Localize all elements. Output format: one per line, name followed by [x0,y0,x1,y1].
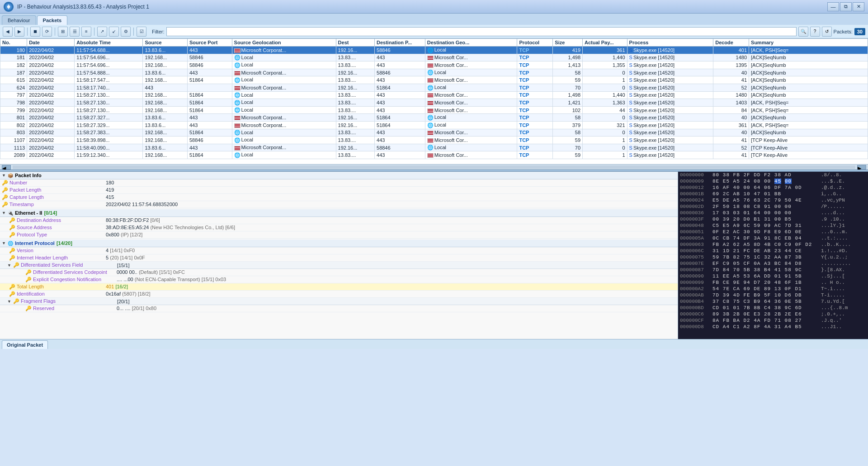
hex-panel[interactable]: 0000000080 38 FB 2F DD F2 38 AD.8/..8.00… [678,172,868,339]
expand-icon-ethernet: ▼ [2,211,6,215]
col-header-no[interactable]: No. [0,39,27,47]
table-row[interactable]: 7992022/04/0211:58:27.130...192.168...51… [0,106,868,114]
table-row[interactable]: 11132022/04/0211:58:40.090...13.83.6...4… [0,144,868,151]
col-header-proto[interactable]: Protocol [517,39,553,47]
table-cell: 51864 [375,114,425,122]
toolbar-btn-grid[interactable]: ⊞ [58,27,68,37]
hex-row[interactable]: 000000CF8A FB BA D2 4A FD 71 08 27.J.q..… [678,317,868,324]
hex-row[interactable]: 000000098E E5 A5 24 08 00 45 00...$..E. [678,178,868,184]
table-row[interactable]: 1812022/04/0211:57:54.696...192.168...58… [0,54,868,61]
col-header-actual[interactable]: Actual Pay... [583,39,627,47]
toolbar-btn-stop[interactable]: ⏹ [30,27,40,37]
toolbar-btn-import[interactable]: ↙ [109,27,119,37]
hex-addr: 0000006C [680,248,712,254]
hex-row[interactable]: 000000B437 C8 75 C3 B9 64 36 0E 5B7.u.Yd… [678,298,868,305]
hex-row[interactable]: 00000063FB A2 62 A5 8D 4B C0 C9 0F D2..b… [678,241,868,248]
col-header-abstime[interactable]: Absolute Time [75,39,143,47]
toolbar-btn-details[interactable]: ≡ [81,27,91,37]
table-cell: 13.83.6... [143,47,188,54]
col-header-srcport[interactable]: Source Port [188,39,232,47]
table-row[interactable]: 8032022/04/0211:58:27.383...192.168...51… [0,129,868,137]
table-row[interactable]: 1872022/04/0211:57:54.888...13.83.6...44… [0,69,868,76]
hex-row[interactable]: 000000A254 7E CA 69 DE 89 13 0F D1T~.i..… [678,286,868,292]
table-row[interactable]: 1822022/04/0211:57:54.696...192.168...58… [0,61,868,69]
toolbar-btn-refresh[interactable]: ⟳ [42,27,52,37]
close-button[interactable]: ✕ [853,2,864,11]
toolbar-btn-list[interactable]: ☰ [70,27,80,37]
hex-addr: 00000024 [680,198,712,203]
hex-bytes: C5 E5 A9 6C 59 09 AC 7D 31 [712,223,821,228]
toolbar-btn-export[interactable]: ↗ [97,27,107,37]
table-row[interactable]: 8022022/04/0211:58:27.329...13.83.6...44… [0,121,868,129]
filter-clear-btn[interactable]: ↺ [822,27,832,37]
hex-row[interactable]: 0000005A0C CB 74 DF 3A 91 8C EB 04..t.:.… [678,235,868,241]
filter-help-btn[interactable]: ? [810,27,820,37]
minimize-button[interactable]: — [827,2,839,11]
col-header-destgeo[interactable]: Destination Geo... [425,39,517,47]
col-header-srcgeo[interactable]: Source Geolocation [232,39,336,47]
table-row[interactable]: 1802022/04/0211:57:54.688...13.83.6...44… [0,47,868,54]
section-packet-info[interactable]: ▼ 📦 Packet Info [0,172,678,179]
col-header-process[interactable]: Process [627,39,713,47]
tab-packets[interactable]: Packets [37,15,68,25]
table-row[interactable]: 20892022/04/0211:59:12.340...192.168...5… [0,151,868,159]
section-internet-protocol[interactable]: ▼ 🌐 Internet Protocol [14/20] [0,240,678,247]
hex-row[interactable]: 0000001B69 2C AB 10 47 01 BBi,..G.. [678,191,868,197]
hex-bytes: 16 AF 40 00 64 06 DF 7A 0D [712,185,821,190]
restore-button[interactable]: ⧉ [840,2,852,11]
section-icon-ip: 🌐 [8,241,13,246]
hex-row[interactable]: 000000877D 84 70 5B 38 B4 41 58 9C}.[8.A… [678,267,868,273]
col-header-destport[interactable]: Destination P... [375,39,425,47]
hex-row[interactable]: 0000003617 03 03 01 64 00 00 00....d... [678,210,868,216]
hex-row[interactable]: 0000006C31 1D 21 FC DE AB 23 44 CE1.!...… [678,248,868,254]
hex-row[interactable]: 00000099FB CE 9E 94 D7 20 48 6F 1B.. H o… [678,279,868,286]
hex-addr: 00000036 [680,210,712,216]
detail-row-caplen: 🔑 Capture Length 415 [0,194,678,201]
table-row[interactable]: 11072022/04/0211:58:39.898...192.168...5… [0,137,868,144]
col-header-decode[interactable]: Decode [713,39,749,47]
table-row[interactable]: 7972022/04/0211:58:27.130...192.168...51… [0,91,868,99]
toolbar-btn-forward[interactable]: ▶ [14,27,24,37]
hex-row[interactable]: 0000007EEF C9 05 CF 0A A3 BC 84 D8......… [678,260,868,267]
toolbar-btn-back[interactable]: ◀ [3,27,13,37]
hex-row[interactable]: 000000C689 3B 2B 0E E3 28 2B 2E E6;.0.+,… [678,311,868,317]
hex-row[interactable]: 0000007559 7B 82 75 1C 32 AA 87 3BY{.u.2… [678,254,868,260]
col-header-dest[interactable]: Dest [336,39,374,47]
tab-original-packet[interactable]: Original Packet [2,340,48,349]
table-cell: 379 [553,121,583,129]
hex-row[interactable]: 000000AB7D 39 4D FE B9 5F 10 D6 DBT-i...… [678,292,868,298]
hex-row[interactable]: 000000BDCD 01 01 7B 8B C4 38 9C 6D...{..… [678,305,868,311]
col-header-size[interactable]: Size [553,39,583,47]
hex-row[interactable]: 000000D8CD A4 C1 A2 8F 4A 31 A4 B5...J1.… [678,324,868,330]
hex-row[interactable]: 0000009011 EE A5 53 6A DD 01 91 5B..Sj..… [678,273,868,279]
detail-val-pktlen: 419 [106,187,114,193]
table-cell: 11:58:27.130... [75,106,143,114]
section-ethernet[interactable]: ▼ 🔌 Ethernet - II [0/14] [0,209,678,217]
table-cell: 2022/04/02 [27,76,75,84]
detail-val-dsf: [15/1] [117,263,130,268]
hex-row[interactable]: 0000001216 AF 40 00 64 06 DF 7A 0D.@.d..… [678,184,868,191]
table-row[interactable]: 6152022/04/0211:58:17.547...192.168...51… [0,76,868,84]
table-cell: 51864 [188,99,232,107]
hex-row[interactable]: 00000024E5 DE A5 76 63 2C 79 50 4E..vc,y… [678,197,868,203]
table-row[interactable]: 7982022/04/0211:58:27.130...192.168...51… [0,99,868,107]
filter-input[interactable] [166,27,797,36]
col-header-summary[interactable]: Summary [749,39,868,47]
table-container[interactable]: No. Date Absolute Time Source Source Por… [0,38,868,164]
hex-row[interactable]: 000000510F E2 AC 30 9D F8 E9 6D 0E...0..… [678,229,868,235]
table-row[interactable]: 6242022/04/0211:58:17.740...443Microsoft… [0,84,868,91]
tab-behaviour[interactable]: Behaviour [2,15,36,25]
hex-row[interactable]: 00000048C5 E5 A9 6C 59 09 AC 7D 31...lY.… [678,222,868,229]
col-header-date[interactable]: Date [27,39,75,47]
hex-row[interactable]: 0000003F00 39 20 D0 B1 31 00 B5.9 .10.. [678,216,868,222]
subsection-fragflags[interactable]: ▼ 🔑 Fragment Flags [20/1] [0,298,678,305]
table-row[interactable]: 8012022/04/0211:58:27.327...13.83.6...44… [0,114,868,122]
subsection-dsf[interactable]: ▼ 🔑 Differentiated Services Field [15/1] [0,262,678,269]
toolbar-btn-filter-toggle[interactable]: ☑ [137,27,146,37]
col-header-src[interactable]: Source [143,39,188,47]
filter-search-btn[interactable]: 🔍 [798,27,808,37]
table-cell: 192.168... [143,54,188,61]
hex-row[interactable]: 0000000080 38 FB 2F DD F2 38 AD.8/..8. [678,172,868,178]
hex-row[interactable]: 0000002D2F 50 18 08 C8 91 00 00/P...... [678,203,868,210]
toolbar-btn-settings[interactable]: ⚙ [121,27,131,37]
